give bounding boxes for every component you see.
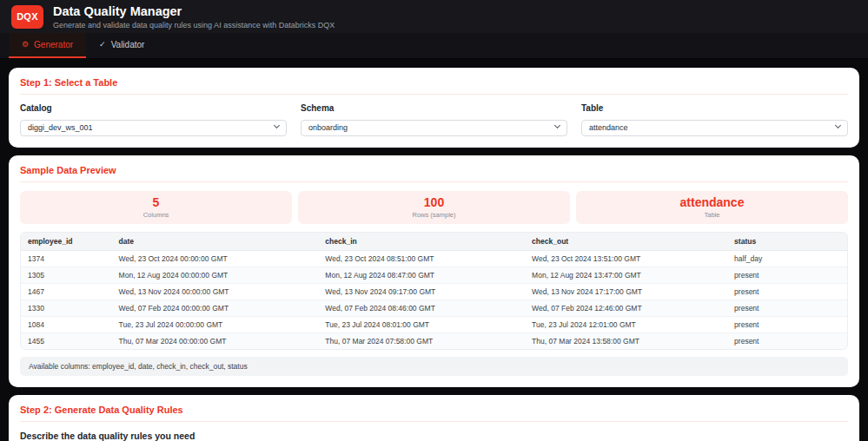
table-cell: present <box>727 267 847 283</box>
dqx-logo: DQX <box>11 5 43 29</box>
table-cell: Wed, 13 Nov 2024 09:17:00 GMT <box>318 283 525 299</box>
tab-validator-label: Validator <box>111 40 145 49</box>
data-preview-table: employee_id date check_in check_out stat… <box>20 232 848 350</box>
table-body: 1374Wed, 23 Oct 2024 00:00:00 GMTWed, 23… <box>21 250 847 349</box>
column-header: check_in <box>318 233 525 251</box>
step1-fields: Catalog diggi_dev_ws_001 Schema onboardi… <box>20 103 848 136</box>
table-cell: Tue, 23 Jul 2024 12:01:00 GMT <box>525 316 727 332</box>
table-cell: Wed, 07 Feb 2024 00:00:00 GMT <box>112 299 319 316</box>
stat-rows-label: Rows (sample) <box>412 211 455 219</box>
table-cell: 1467 <box>21 283 112 299</box>
page-subtitle: Generate and validate data quality rules… <box>53 21 335 30</box>
stats-row: 5 Columns 100 Rows (sample) attendance T… <box>20 191 848 224</box>
table-cell: present <box>727 299 847 316</box>
table-label: Table <box>581 103 848 113</box>
table-cell: Wed, 23 Oct 2024 00:00:00 GMT <box>112 250 319 267</box>
table-row: 1374Wed, 23 Oct 2024 00:00:00 GMTWed, 23… <box>21 250 847 267</box>
step2-heading: Step 2: Generate Data Quality Rules <box>20 405 848 422</box>
step2-card: Step 2: Generate Data Quality Rules Desc… <box>9 395 859 441</box>
table-select[interactable]: attendance <box>581 120 848 136</box>
table-cell: Mon, 12 Aug 2024 00:00:00 GMT <box>112 267 319 283</box>
app-header: DQX Data Quality Manager Generate and va… <box>0 0 868 33</box>
stat-rows-value: 100 <box>424 195 444 209</box>
table-cell: 1305 <box>21 267 112 283</box>
table-cell: present <box>727 283 847 299</box>
table-row: 1305Mon, 12 Aug 2024 00:00:00 GMTMon, 12… <box>21 267 847 283</box>
table-cell: 1084 <box>21 316 112 332</box>
tab-validator[interactable]: ✓ Validator <box>86 33 157 58</box>
table-cell: Thu, 07 Mar 2024 13:58:00 GMT <box>525 332 727 349</box>
table-cell: Wed, 13 Nov 2024 17:17:00 GMT <box>525 283 727 299</box>
table-cell: Mon, 12 Aug 2024 08:47:00 GMT <box>318 267 525 283</box>
table-cell: Thu, 07 Mar 2024 07:58:00 GMT <box>318 332 525 349</box>
tab-generator[interactable]: ⚙ Generator <box>9 33 86 58</box>
schema-select[interactable]: onboarding <box>301 120 567 136</box>
gear-icon: ⚙ <box>22 41 29 49</box>
stat-table: attendance Table <box>576 191 848 224</box>
table-field: Table attendance <box>581 103 848 136</box>
page-title: Data Quality Manager <box>53 4 335 18</box>
table-cell: Wed, 23 Oct 2024 08:51:00 GMT <box>318 250 525 267</box>
table-cell: half_day <box>727 250 847 267</box>
available-columns-note: Available columns: employee_id, date, ch… <box>20 357 848 376</box>
table-row: 1084Tue, 23 Jul 2024 00:00:00 GMTTue, 23… <box>21 316 847 332</box>
main-content: Step 1: Select a Table Catalog diggi_dev… <box>0 59 868 441</box>
table-row: 1455Thu, 07 Mar 2024 00:00:00 GMTThu, 07… <box>21 332 847 349</box>
stat-rows: 100 Rows (sample) <box>298 191 570 224</box>
catalog-select[interactable]: diggi_dev_ws_001 <box>20 120 287 136</box>
table-cell: 1330 <box>21 299 112 316</box>
table-row: 1467Wed, 13 Nov 2024 00:00:00 GMTWed, 13… <box>21 283 847 299</box>
preview-heading: Sample Data Preview <box>20 165 848 182</box>
preview-card: Sample Data Preview 5 Columns 100 Rows (… <box>9 155 859 387</box>
table-cell: 1374 <box>21 250 112 267</box>
table-cell: Mon, 12 Aug 2024 13:47:00 GMT <box>525 267 727 283</box>
tab-generator-label: Generator <box>34 40 73 49</box>
tab-bar: ⚙ Generator ✓ Validator <box>0 33 868 59</box>
stat-table-label: Table <box>705 211 720 219</box>
schema-label: Schema <box>301 103 567 113</box>
table-row: 1330Wed, 07 Feb 2024 00:00:00 GMTWed, 07… <box>21 299 847 316</box>
table-header-row: employee_id date check_in check_out stat… <box>21 233 847 251</box>
table-cell: Wed, 13 Nov 2024 00:00:00 GMT <box>112 283 319 299</box>
table-cell: present <box>727 316 847 332</box>
column-header: status <box>727 233 847 251</box>
step1-heading: Step 1: Select a Table <box>20 77 848 95</box>
stat-columns-value: 5 <box>153 195 160 209</box>
table-cell: present <box>727 332 847 349</box>
check-icon: ✓ <box>99 41 106 49</box>
table-cell: Wed, 23 Oct 2024 13:51:00 GMT <box>525 250 727 267</box>
table-cell: Thu, 07 Mar 2024 00:00:00 GMT <box>112 332 319 349</box>
catalog-label: Catalog <box>20 103 287 113</box>
table-cell: Wed, 07 Feb 2024 12:46:00 GMT <box>525 299 727 316</box>
table-cell: Tue, 23 Jul 2024 08:01:00 GMT <box>318 316 525 332</box>
table-cell: Wed, 07 Feb 2024 08:46:00 GMT <box>318 299 525 316</box>
schema-field: Schema onboarding <box>301 103 567 136</box>
stat-columns: 5 Columns <box>20 191 292 224</box>
column-header: check_out <box>525 233 727 251</box>
describe-rules-label: Describe the data quality rules you need <box>20 431 848 441</box>
column-header: employee_id <box>21 233 112 251</box>
table-cell: Tue, 23 Jul 2024 00:00:00 GMT <box>112 316 319 332</box>
table-cell: 1455 <box>21 332 112 349</box>
catalog-field: Catalog diggi_dev_ws_001 <box>20 103 287 136</box>
stat-columns-label: Columns <box>143 211 169 219</box>
column-header: date <box>112 233 319 251</box>
step1-card: Step 1: Select a Table Catalog diggi_dev… <box>9 68 859 148</box>
stat-table-value: attendance <box>680 195 745 209</box>
